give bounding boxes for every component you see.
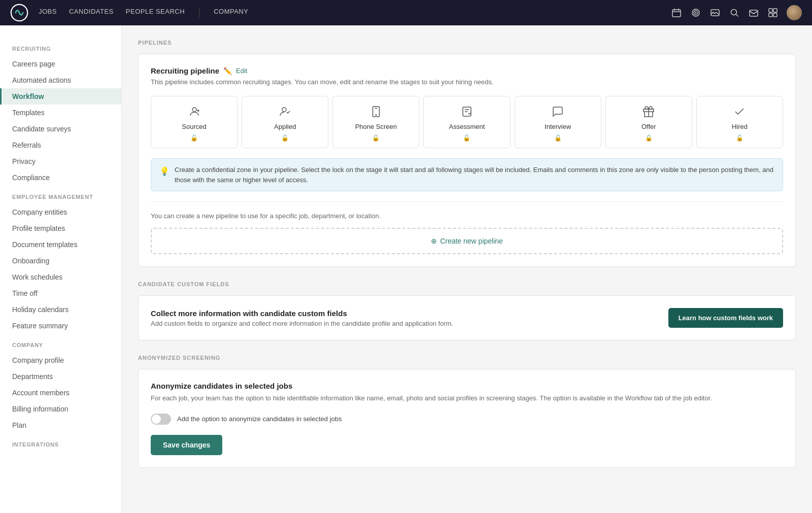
custom-fields-description: Add custom fields to organize and collec… <box>151 320 453 327</box>
pipeline-title: Recruiting pipeline <box>151 66 219 75</box>
anonymize-toggle[interactable] <box>151 414 171 425</box>
target-icon[interactable] <box>690 7 701 18</box>
interview-icon <box>552 105 564 119</box>
user-avatar[interactable] <box>787 5 802 20</box>
nav-candidates[interactable]: CANDIDATES <box>69 8 114 18</box>
sidebar-item-compliance[interactable]: Compliance <box>0 169 121 186</box>
sidebar-section-integrations: INTEGRATIONS <box>0 433 121 452</box>
nav-divider <box>199 8 199 18</box>
sidebar-item-work-schedules[interactable]: Work schedules <box>0 269 121 285</box>
sidebar-section-recruiting: RECRUITING <box>0 38 121 56</box>
nav-jobs[interactable]: JOBS <box>39 8 57 18</box>
sidebar-item-plan[interactable]: Plan <box>0 417 121 433</box>
info-bulb-icon: 💡 <box>159 165 170 178</box>
sidebar-item-onboarding[interactable]: Onboarding <box>0 253 121 269</box>
confidential-zone-info: 💡 Create a confidential zone in your pip… <box>151 158 783 191</box>
sidebar-section-employee-management: EMPLOYEE MANAGEMENT <box>0 186 121 204</box>
create-new-pipeline-container[interactable]: ⊕ Create new pipeline <box>151 228 783 254</box>
svg-rect-11 <box>773 13 777 17</box>
stage-sourced-lock[interactable]: 🔓 <box>190 134 198 142</box>
create-new-pipeline-label: Create new pipeline <box>440 237 503 245</box>
save-changes-button[interactable]: Save changes <box>151 435 222 455</box>
sidebar-item-profile-templates[interactable]: Profile templates <box>0 220 121 236</box>
sidebar-item-automated-actions[interactable]: Automated actions <box>0 72 121 88</box>
pencil-icon: ✏️ <box>223 67 232 75</box>
stage-offer-lock[interactable]: 🔓 <box>645 134 653 142</box>
sidebar-item-referrals[interactable]: Referrals <box>0 137 121 153</box>
offer-icon <box>642 105 655 119</box>
stage-offer[interactable]: Offer 🔓 <box>605 96 692 148</box>
nav-company[interactable]: COMPANY <box>214 8 248 18</box>
pipelines-card: Recruiting pipeline ✏️ Edit This pipelin… <box>138 54 796 267</box>
stages-grid: Sourced 🔓 Applied 🔓 <box>151 96 783 148</box>
sidebar-item-document-templates[interactable]: Document templates <box>0 236 121 253</box>
svg-point-14 <box>376 115 377 116</box>
anonymized-screening-section-title: ANONYMIZED SCREENING <box>138 355 796 361</box>
create-new-pipeline-button[interactable]: ⊕ Create new pipeline <box>431 237 503 245</box>
image-icon[interactable] <box>709 7 721 18</box>
sidebar-item-templates[interactable]: Templates <box>0 105 121 121</box>
sourced-icon <box>188 105 200 119</box>
svg-rect-1 <box>672 10 681 17</box>
custom-fields-section-title: CANDIDATE CUSTOM FIELDS <box>138 281 796 287</box>
search-icon[interactable] <box>729 7 740 18</box>
logo[interactable] <box>10 4 28 22</box>
sidebar-item-workflow[interactable]: Workflow <box>0 88 121 105</box>
phone-screen-icon <box>370 105 382 119</box>
nav-links: JOBS CANDIDATES PEOPLE SEARCH COMPANY <box>39 8 671 18</box>
nav-people-search[interactable]: PEOPLE SEARCH <box>126 8 185 18</box>
sidebar-item-careers-page[interactable]: Careers page <box>0 56 121 72</box>
svg-point-6 <box>731 10 737 15</box>
mail-icon[interactable] <box>748 7 759 18</box>
sidebar-item-feature-summary[interactable]: Feature summary <box>0 318 121 334</box>
stage-applied[interactable]: Applied 🔓 <box>242 96 328 148</box>
sidebar-section-company: COMPANY <box>0 334 121 352</box>
stage-phone-screen-label: Phone Screen <box>355 123 397 130</box>
sidebar-item-time-off[interactable]: Time off <box>0 285 121 301</box>
learn-custom-fields-button[interactable]: Learn how custom fields work <box>668 308 783 328</box>
stage-phone-screen[interactable]: Phone Screen 🔓 <box>332 96 419 148</box>
top-nav: JOBS CANDIDATES PEOPLE SEARCH COMPANY <box>0 0 812 25</box>
sidebar-item-account-members[interactable]: Account members <box>0 385 121 401</box>
custom-fields-card: Collect more information with candidate … <box>138 295 796 340</box>
stage-assessment-lock[interactable]: 🔓 <box>463 134 470 142</box>
pipeline-edit-button[interactable]: Edit <box>236 67 247 75</box>
pipeline-header: Recruiting pipeline ✏️ Edit <box>151 66 783 75</box>
custom-fields-heading: Collect more information with candidate … <box>151 309 453 318</box>
toggle-label: Add the option to anonymize candidates i… <box>177 415 342 423</box>
svg-rect-8 <box>769 9 772 12</box>
stage-interview[interactable]: Interview 🔓 <box>515 96 601 148</box>
sidebar-item-company-profile[interactable]: Company profile <box>0 352 121 368</box>
stage-sourced[interactable]: Sourced 🔓 <box>151 96 238 148</box>
anonymized-screening-card: Anonymize candidates in selected jobs Fo… <box>138 369 796 468</box>
sidebar-item-privacy[interactable]: Privacy <box>0 153 121 169</box>
svg-rect-9 <box>773 9 777 12</box>
section-divider <box>151 201 783 202</box>
stage-assessment[interactable]: Assessment 🔓 <box>423 96 510 148</box>
stage-hired-lock[interactable]: 🔓 <box>736 134 743 142</box>
stage-hired-label: Hired <box>732 123 748 130</box>
custom-fields-content: Collect more information with candidate … <box>151 308 783 328</box>
svg-point-4 <box>695 12 697 14</box>
stage-hired[interactable]: Hired 🔓 <box>696 96 783 148</box>
page-layout: RECRUITING Careers page Automated action… <box>0 25 812 513</box>
anon-description: For each job, your team has the option t… <box>151 393 783 403</box>
calendar-icon[interactable] <box>671 7 682 18</box>
sidebar: RECRUITING Careers page Automated action… <box>0 25 122 513</box>
sidebar-item-candidate-surveys[interactable]: Candidate surveys <box>0 121 121 137</box>
sidebar-item-billing-information[interactable]: Billing information <box>0 401 121 417</box>
sidebar-item-holiday-calendars[interactable]: Holiday calendars <box>0 301 121 318</box>
grid-icon[interactable] <box>767 7 779 18</box>
stage-phone-screen-lock[interactable]: 🔓 <box>372 134 380 142</box>
pipelines-section-title: PIPELINES <box>138 40 796 46</box>
sidebar-item-company-entities[interactable]: Company entities <box>0 204 121 220</box>
info-text: Create a confidential zone in your pipel… <box>175 165 774 185</box>
stage-applied-lock[interactable]: 🔓 <box>281 134 289 142</box>
svg-point-13 <box>282 108 286 112</box>
svg-point-12 <box>192 108 196 112</box>
sidebar-item-departments[interactable]: Departments <box>0 368 121 385</box>
stage-sourced-label: Sourced <box>182 123 206 130</box>
stage-interview-lock[interactable]: 🔓 <box>554 134 562 142</box>
applied-icon <box>279 105 291 119</box>
hired-icon <box>733 105 746 119</box>
